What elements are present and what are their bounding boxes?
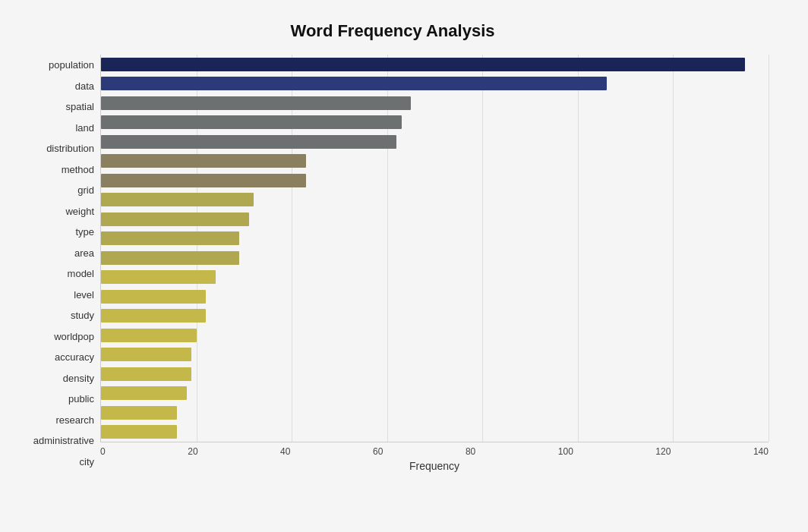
bar-administrative — [101, 406, 177, 420]
bar-row — [101, 230, 769, 247]
bar-row — [101, 423, 769, 440]
x-tick-100: 100 — [558, 446, 573, 457]
bar-row — [101, 75, 769, 92]
bar-row — [101, 134, 769, 150]
bar-row — [101, 346, 769, 363]
bar-distribution — [101, 135, 396, 149]
bar-row — [101, 307, 769, 324]
bar-accuracy — [101, 329, 197, 342]
bar-row — [101, 191, 769, 208]
bar-row — [101, 269, 769, 285]
bar-row — [101, 327, 769, 344]
x-tick-80: 80 — [466, 446, 475, 457]
bar-row — [101, 153, 769, 169]
bars-and-axes: 020406080100120140 Frequency — [100, 55, 769, 472]
bar-type — [101, 212, 249, 226]
y-label-method: method — [62, 165, 94, 175]
bar-study — [101, 290, 206, 304]
chart-title: Word Frequency Analysis — [17, 21, 769, 41]
x-axis-title: Frequency — [100, 460, 769, 472]
y-label-distribution: distribution — [46, 143, 94, 153]
bar-row — [101, 95, 769, 112]
bar-row — [101, 56, 769, 73]
y-label-density: density — [63, 373, 94, 383]
bar-spatial — [101, 96, 411, 110]
y-label-weight: weight — [65, 206, 94, 216]
x-tick-40: 40 — [280, 446, 290, 457]
bar-worldpop — [101, 309, 206, 323]
grid-line — [769, 55, 769, 442]
grid-line — [673, 55, 674, 442]
y-label-public: public — [68, 394, 94, 404]
chart-container: Word Frequency Analysis populationdatasp… — [9, 6, 799, 526]
bar-row — [101, 114, 769, 131]
x-tick-0: 0 — [100, 446, 106, 457]
bar-row — [101, 250, 769, 266]
y-label-model: model — [68, 269, 94, 279]
grid-line — [482, 55, 483, 442]
y-label-worldpop: worldpop — [54, 332, 94, 342]
bar-grid — [101, 174, 306, 187]
y-label-city: city — [80, 457, 95, 467]
y-label-accuracy: accuracy — [55, 352, 94, 362]
x-tick-20: 20 — [188, 446, 197, 457]
x-tick-140: 140 — [753, 446, 769, 457]
bar-population — [101, 58, 745, 71]
y-label-research: research — [55, 415, 94, 425]
bar-row — [101, 405, 769, 421]
bar-weight — [101, 193, 254, 206]
bar-density — [101, 348, 191, 361]
y-label-spatial: spatial — [65, 102, 94, 112]
grid-line — [292, 55, 292, 442]
y-label-area: area — [74, 248, 94, 258]
bar-public — [101, 367, 191, 381]
bar-land — [101, 115, 402, 129]
bar-method — [101, 154, 306, 168]
x-tick-120: 120 — [655, 446, 671, 457]
bar-level — [101, 270, 216, 284]
y-label-level: level — [74, 290, 94, 300]
grid-line — [578, 55, 579, 442]
grid-line — [197, 55, 197, 442]
x-axis-labels: 020406080100120140 — [100, 442, 769, 457]
bar-row — [101, 172, 769, 189]
grid-line — [387, 55, 388, 442]
y-label-land: land — [75, 123, 94, 133]
chart-area: populationdataspatiallanddistributionmet… — [17, 55, 769, 472]
y-label-study: study — [71, 310, 94, 320]
bar-data — [101, 77, 607, 90]
bar-row — [101, 211, 769, 228]
y-label-type: type — [75, 227, 94, 237]
bar-area — [101, 231, 239, 245]
y-label-data: data — [75, 81, 94, 91]
x-tick-60: 60 — [373, 446, 383, 457]
bar-research — [101, 386, 187, 400]
y-label-grid: grid — [77, 185, 94, 195]
bar-city — [101, 425, 177, 439]
y-label-administrative: administrative — [33, 436, 94, 445]
bar-row — [101, 366, 769, 382]
bars-wrapper — [100, 55, 769, 442]
bar-row — [101, 385, 769, 401]
y-label-population: population — [49, 60, 94, 70]
y-axis-labels: populationdataspatiallanddistributionmet… — [17, 55, 100, 472]
bar-row — [101, 288, 769, 305]
bar-model — [101, 251, 239, 265]
